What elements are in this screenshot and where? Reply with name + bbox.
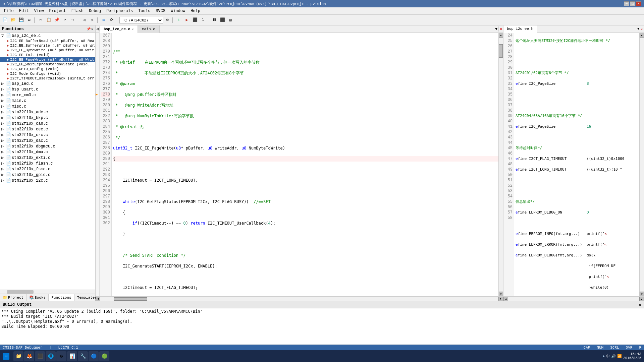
code-hscrollbar[interactable]: ◄ ►	[96, 296, 503, 301]
tree-item-can[interactable]: ▷ 📄 stm32f10x_can.c	[0, 121, 95, 126]
tree-item-crc[interactable]: ▷ 📄 stm32f10x_crc.c	[0, 132, 95, 138]
right-tab-header[interactable]: bsp_i2c_ee.h	[503, 25, 537, 33]
tab-scroll-left[interactable]: ◁	[96, 26, 100, 32]
tree-item-dbgmcu[interactable]: ▷ 📄 stm32f10x_dbgmcu.c	[0, 143, 95, 149]
start-button[interactable]: ⊞	[0, 350, 12, 362]
functions-close-icon[interactable]: ✕	[91, 27, 93, 31]
build-btn[interactable]: ⊞	[100, 16, 107, 24]
tree-item-fn5[interactable]: ◆ I2C_EE_PageWrite (u8* pBuffer, u8 Writ…	[0, 57, 95, 62]
close-button[interactable]: ✕	[636, 1, 641, 6]
tab-close-bsp[interactable]: ✕	[131, 27, 133, 31]
right-hscroll-right[interactable]: ►	[639, 297, 644, 301]
hscroll-right[interactable]: ►	[498, 297, 503, 301]
tree-item-i2c[interactable]: ▷ 📄 stm32f10x_i2c.c	[0, 178, 95, 183]
tree-item-bsp-i2c-ee[interactable]: ▽ 📄 bsp_i2c_ee.c	[0, 33, 95, 39]
nav-back-btn[interactable]: ◁	[80, 16, 88, 24]
tree-hscrollbar[interactable]	[0, 290, 95, 294]
vscroll-thumb[interactable]	[499, 44, 503, 58]
hscroll-thumb[interactable]	[114, 297, 147, 301]
taskbar-app[interactable]: 🔧	[78, 351, 88, 361]
debug-step-btn[interactable]: ⤵	[199, 16, 207, 24]
tree-item-bsp-led[interactable]: ▷ 📄 bsp_led.c	[0, 81, 95, 86]
hscroll-left[interactable]: ◄	[96, 297, 100, 301]
right-vscroll-up[interactable]: ▲	[640, 33, 644, 38]
build-output-toggle[interactable]: ⊟	[639, 303, 641, 307]
menu-file[interactable]: File	[1, 8, 16, 14]
menu-window[interactable]: Window	[168, 8, 188, 14]
taskbar-app3[interactable]: 🟢	[99, 351, 109, 361]
tree-item-bkp[interactable]: ▷ 📄 stm32f10x_bkp.c	[0, 115, 95, 121]
taskbar-app2[interactable]: 🔵	[89, 351, 99, 361]
tree-item-fn7[interactable]: ◆ I2C_GPIO_Config (void)	[0, 67, 95, 71]
menu-peripherals[interactable]: Peripherals	[104, 8, 136, 14]
nav-forward-btn[interactable]: ▷	[89, 16, 96, 24]
tree-item-misc[interactable]: ▷ 📄 misc.c	[0, 104, 95, 109]
tree-item-dac[interactable]: ▷ 📄 stm32f10x_dac.c	[0, 138, 95, 143]
tree-item-cec[interactable]: ▷ 📄 stm32f10x_cec.c	[0, 126, 95, 132]
tab-functions[interactable]: Functions	[49, 294, 74, 301]
tree-item-flash[interactable]: ▷ 📄 stm32f10x_flash.c	[0, 161, 95, 166]
tab-books[interactable]: 📚 Books	[26, 294, 49, 301]
menu-svcs[interactable]: SVCS	[153, 8, 168, 14]
periph-btn[interactable]: 🖥	[211, 16, 218, 24]
copy-btn[interactable]: 📋	[45, 16, 52, 24]
menu-project[interactable]: Project	[46, 8, 68, 14]
undo-btn[interactable]: ↩	[61, 16, 68, 24]
tree-item-fn8[interactable]: ◆ I2C_Mode_Configu (void)	[0, 71, 95, 76]
taskbar-browser[interactable]: 🌐	[46, 351, 56, 361]
right-vscrollbar[interactable]: ▲ ▼	[639, 33, 644, 296]
menu-flash[interactable]: Flash	[69, 8, 86, 14]
right-hscrollbar[interactable]: ◄ ►	[503, 296, 644, 301]
tree-item-fn9[interactable]: ◆ I2CT_TIMEOUT_UserCallback (uint8_t err…	[0, 76, 95, 81]
menu-tools[interactable]: Tools	[136, 8, 153, 14]
cut-btn[interactable]: ✂	[37, 16, 44, 24]
right-vscroll-down[interactable]: ▼	[640, 292, 644, 296]
maximize-button[interactable]: □	[630, 1, 635, 6]
vscroll-up[interactable]: ▲	[499, 33, 503, 38]
menu-edit[interactable]: Edit	[16, 8, 32, 14]
target-dropdown[interactable]: IIC（AT24C02）	[119, 17, 163, 23]
redo-btn[interactable]: ↪	[69, 16, 76, 24]
new-file-btn[interactable]: 📄	[1, 16, 9, 24]
code-editor[interactable]: /** * @brief 在EEPROM的一个写循环中可以写多个字节，但一次写入…	[112, 33, 498, 296]
tree-item-exti[interactable]: ▷ 📄 stm32f10x_exti.c	[0, 155, 95, 161]
taskbar-icon1[interactable]: 📊	[67, 351, 77, 361]
paste-btn[interactable]: 📌	[53, 16, 60, 24]
tree-item-fn4[interactable]: ◆ I2C_EE_Init (void)	[0, 53, 95, 57]
tab-menu-btn[interactable]: ▼	[494, 27, 498, 32]
tree-item-core-cm3[interactable]: ▷ 📄 core_cm3.c	[0, 92, 95, 98]
code-vscrollbar[interactable]: ▲ ▼	[498, 33, 503, 296]
debug-stop-btn[interactable]: ⬛	[191, 16, 199, 24]
tree-item-bsp-usart[interactable]: ▷ 📄 bsp_usart.c	[0, 86, 95, 92]
more-btn[interactable]: ▤	[227, 16, 234, 24]
tree-item-main[interactable]: ▷ 📄 main.c	[0, 98, 95, 104]
tree-item-fn6[interactable]: ◆ I2C_EE_WaitEepromStandbyState (void...	[0, 62, 95, 67]
open-file-btn[interactable]: 📂	[9, 16, 17, 24]
tab-project[interactable]: 📁 Project	[0, 294, 26, 301]
functions-pin-icon[interactable]: 📌	[87, 27, 91, 31]
minimize-button[interactable]: ─	[624, 1, 629, 6]
right-hscroll-left[interactable]: ◄	[503, 297, 508, 301]
tree-item-dma[interactable]: ▷ 📄 stm32f10x_dma.c	[0, 149, 95, 155]
menu-view[interactable]: View	[32, 8, 47, 14]
logic-btn[interactable]: ⬛	[219, 16, 226, 24]
save-btn[interactable]: 💾	[17, 16, 25, 24]
menu-debug[interactable]: Debug	[86, 8, 104, 14]
menu-help[interactable]: Help	[188, 8, 203, 14]
vscroll-down[interactable]: ▼	[499, 292, 503, 296]
save-all-btn[interactable]: ⊞	[25, 16, 33, 24]
tree-item-fn3[interactable]: ◆ I2C_EE_ByteWrite (u8* pBuffer, u8 Writ…	[0, 48, 95, 53]
tree-item-fn1[interactable]: ◆ I2C_EE_BufferRead (u8* pBuffer, u8 Rea…	[0, 39, 95, 43]
rebuild-btn[interactable]: ⟳	[108, 16, 115, 24]
right-panel-menu[interactable]: ▼	[637, 27, 639, 31]
right-panel-close[interactable]: ✕	[641, 27, 643, 31]
debug-start-btn[interactable]: ▶	[183, 16, 191, 24]
taskbar-cmd[interactable]: ⬛	[35, 351, 45, 361]
tree-item-adc[interactable]: ▷ 📄 stm32f10x_adc.c	[0, 109, 95, 115]
tab-main-c[interactable]: main.c	[138, 25, 160, 33]
taskbar-firefox[interactable]: 🦊	[24, 351, 34, 361]
tree-item-fn2[interactable]: ◆ I2C_EE_BufferWrite (u8* pBuffer, u8 Wr…	[0, 43, 95, 48]
tab-bsp-i2c-ee-c[interactable]: bsp_i2c_ee.c ✕	[100, 25, 138, 33]
target-settings-btn[interactable]: ⚙	[164, 16, 171, 24]
tree-item-gpio[interactable]: ▷ 📄 stm32f10x_gpio.c	[0, 172, 95, 178]
